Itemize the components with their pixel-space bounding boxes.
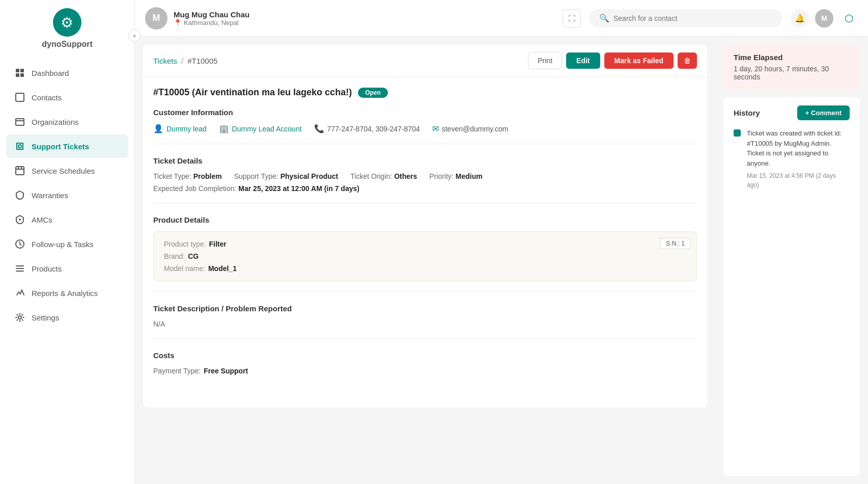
sidebar-item-label: Organizations (32, 118, 79, 126)
customer-account: 🏢 Dummy Lead Account (219, 124, 302, 133)
ticket-details-title: Ticket Details (153, 156, 697, 165)
payment-type: Payment Type: Free Support (153, 367, 697, 375)
time-elapsed-value: 1 day, 20 hours, 7 minutes, 30 seconds (734, 65, 850, 81)
history-item: Ticket was created with ticket id: #T100… (734, 128, 850, 190)
svg-rect-1 (20, 69, 24, 72)
customer-section-title: Customer Information (153, 108, 697, 117)
svg-rect-11 (16, 268, 24, 269)
ticket-actions: Print Edit Mark as Failed 🗑 (528, 52, 697, 69)
phone-icon: 📞 (314, 124, 324, 133)
location-icon: 📍 (174, 19, 182, 26)
product-model-row: Model name: Model_1 (164, 264, 686, 273)
sidebar-item-contacts[interactable]: Contacts (6, 86, 128, 109)
customer-info-row: 👤 Dummy lead 🏢 Dummy Lead Account 📞 777-… (153, 124, 697, 133)
sidebar-item-reports-analytics[interactable]: Reports & Analytics (6, 281, 128, 305)
ticket-main: Tickets / #T10005 Print Edit Mark as Fai… (135, 37, 715, 484)
sidebar-item-products[interactable]: Products (6, 257, 128, 280)
search-input[interactable] (613, 14, 772, 22)
contact-link[interactable]: Dummy lead (166, 125, 207, 133)
sidebar-item-label: Warranties (32, 191, 68, 200)
logo-icon (53, 8, 81, 37)
sidebar-item-label: Dashboard (32, 69, 69, 77)
sidebar-item-followup-tasks[interactable]: Follow-up & Tasks (6, 232, 128, 256)
sidebar-item-label: Reports & Analytics (32, 289, 98, 298)
ticket-title-row: #T10005 (Air ventination ma leu lageko c… (153, 87, 697, 98)
ticket-origin: Ticket Origin: Others (350, 172, 417, 180)
product-details-section: Product Details S.N.: 1 Product type: Fi… (153, 216, 697, 292)
notifications-button[interactable]: 🔔 (791, 9, 809, 28)
sidebar-item-label: Follow-up & Tasks (32, 240, 93, 249)
description-text: N/A (153, 320, 697, 328)
sidebar-item-organizations[interactable]: Organizations (6, 110, 128, 133)
breadcrumb-parent[interactable]: Tickets (153, 57, 177, 65)
contacts-icon (14, 92, 25, 103)
sidebar-item-label: Support Tickets (32, 142, 89, 151)
breadcrumb-separator: / (181, 57, 183, 65)
content-area: Tickets / #T10005 Print Edit Mark as Fai… (135, 37, 868, 484)
history-header: History + Comment (734, 105, 850, 120)
topbar-avatar[interactable]: M (815, 9, 833, 28)
delete-button[interactable]: 🗑 (678, 52, 697, 69)
ticket-details-row: Ticket Type: Problem Support Type: Physi… (153, 172, 697, 180)
history-text: Ticket was created with ticket id: #T100… (747, 129, 842, 167)
delete-icon: 🗑 (684, 57, 691, 65)
email-value: steven@dummy.com (442, 125, 509, 133)
dashboard-icon (14, 67, 25, 78)
mark-as-failed-button[interactable]: Mark as Failed (604, 52, 674, 69)
sidebar-item-amcs[interactable]: AMCs (6, 208, 128, 231)
settings-icon-btn[interactable]: ⬡ (839, 9, 858, 28)
print-button[interactable]: Print (528, 52, 562, 69)
organizations-icon (14, 116, 25, 127)
product-type-row: Product type: Filter (164, 240, 686, 248)
expected-completion: Expected Job Completion: Mar 25, 2023 at… (153, 184, 697, 193)
customer-contact: 👤 Dummy lead (153, 124, 207, 133)
account-link[interactable]: Dummy Lead Account (232, 125, 302, 133)
sidebar-item-label: Settings (32, 313, 59, 322)
sidebar-item-label: Service Schedules (32, 167, 95, 175)
description-title: Ticket Description / Problem Reported (153, 304, 697, 313)
edit-button[interactable]: Edit (566, 52, 600, 69)
ticket-details-section: Ticket Details Ticket Type: Problem Supp… (153, 156, 697, 203)
costs-section: Costs Payment Type: Free Support (153, 351, 697, 385)
search-bar: 🔍 (589, 9, 782, 27)
expand-button[interactable]: ⛶ (563, 9, 581, 28)
svg-rect-7 (16, 167, 24, 175)
time-elapsed-card: Time Elapsed 1 day, 20 hours, 7 minutes,… (723, 45, 860, 89)
avatar: M (145, 7, 167, 30)
sidebar-item-dashboard[interactable]: Dashboard (6, 61, 128, 85)
svg-rect-3 (20, 73, 24, 77)
product-card: S.N.: 1 Product type: Filter Brand: CG M… (153, 231, 697, 281)
svg-rect-10 (16, 265, 24, 266)
products-icon (14, 263, 25, 274)
user-location: 📍 Kathmandu, Nepal (174, 19, 249, 26)
add-comment-button[interactable]: + Comment (797, 105, 850, 120)
warranties-icon (14, 190, 25, 201)
reports-analytics-icon (14, 287, 25, 299)
svg-rect-5 (16, 119, 24, 125)
sidebar-item-label: Contacts (32, 93, 62, 102)
ticket-title: #T10005 (Air ventination ma leu lageko c… (153, 87, 352, 98)
nav-menu: Dashboard Contacts Organizations Support… (0, 61, 134, 330)
product-details-title: Product Details (153, 216, 697, 224)
support-type: Support Type: Physical Product (234, 172, 339, 180)
sidebar-collapse-btn[interactable]: « (128, 30, 141, 42)
breadcrumb: Tickets / #T10005 (153, 57, 217, 65)
sidebar-item-settings[interactable]: Settings (6, 306, 128, 329)
svg-point-6 (18, 145, 21, 148)
costs-title: Costs (153, 351, 697, 360)
sidebar-item-support-tickets[interactable]: Support Tickets (6, 135, 128, 158)
svg-rect-12 (16, 271, 24, 272)
followup-tasks-icon (14, 238, 25, 250)
sidebar-item-service-schedules[interactable]: Service Schedules (6, 159, 128, 182)
right-sidebar: Time Elapsed 1 day, 20 hours, 7 minutes,… (715, 37, 868, 484)
ticket-body: #T10005 (Air ventination ma leu lageko c… (143, 77, 707, 408)
logo-text: dynoSupport (42, 40, 93, 49)
customer-information-section: Customer Information 👤 Dummy lead 🏢 Dumm… (153, 108, 697, 144)
svg-rect-0 (16, 69, 19, 72)
sidebar-item-warranties[interactable]: Warranties (6, 183, 128, 207)
ticket-header: Tickets / #T10005 Print Edit Mark as Fai… (143, 45, 707, 77)
user-info: M Mug Mug Chau Chau 📍 Kathmandu, Nepal (145, 7, 554, 30)
customer-phone: 📞 777-247-8704, 309-247-8704 (314, 124, 420, 133)
topbar-actions: 🔔 M ⬡ (791, 9, 858, 28)
support-tickets-icon (14, 141, 25, 152)
